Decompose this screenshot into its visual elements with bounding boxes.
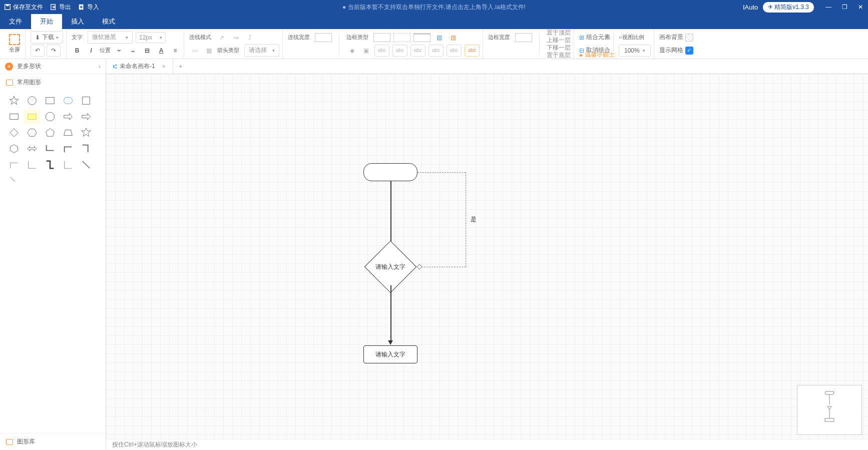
view-ratio-label[interactable]: ○视图比例 [619, 34, 644, 41]
shape-rect-yellow[interactable] [24, 110, 40, 124]
tab-close-button[interactable]: × [162, 63, 166, 70]
shape-rect2[interactable] [6, 110, 22, 124]
abc-1[interactable]: abc [374, 45, 389, 57]
shape-rounded[interactable] [60, 94, 76, 108]
connector-dashed-h2[interactable] [421, 267, 466, 267]
shape-conn-2[interactable] [24, 158, 40, 172]
import-button[interactable]: 导入 [78, 3, 99, 12]
shape-conn-4[interactable] [60, 158, 76, 172]
maximize-button[interactable]: ❐ [841, 4, 848, 11]
size-select[interactable]: 12px▾ [136, 32, 166, 43]
arrange-top[interactable]: 置于顶层 [547, 29, 571, 36]
shape-elbow-2[interactable] [60, 142, 76, 156]
border-sample-2[interactable] [393, 33, 410, 42]
minimap[interactable] [797, 385, 862, 435]
abc-4[interactable]: abc [428, 45, 444, 57]
show-grid-toggle[interactable]: 显示网格 ✓ [659, 44, 693, 57]
shape-double-arrow[interactable] [24, 142, 40, 156]
shape-square[interactable] [78, 94, 94, 108]
line-width-sample[interactable] [315, 33, 332, 42]
position-button[interactable]: 位置 [100, 45, 111, 56]
border-sample-3[interactable] [413, 33, 430, 42]
align-menu-button[interactable]: ≡ [170, 45, 181, 56]
shape-pentagon[interactable] [42, 126, 58, 140]
shape-conn-3[interactable] [42, 158, 58, 172]
arrange-bottom[interactable]: 置于底层 [547, 52, 571, 59]
shape-rect[interactable] [42, 94, 58, 108]
fill-button[interactable]: ▧ [433, 32, 445, 43]
undo-button[interactable]: ↶ [31, 45, 45, 57]
line-tool-1[interactable]: ↗ [216, 32, 227, 43]
bold-button[interactable]: B [72, 45, 83, 56]
align-v-button[interactable]: ⫠ [128, 45, 139, 56]
shape-tool-1[interactable]: ◆ [346, 45, 357, 56]
border-sample-1[interactable] [373, 33, 390, 42]
shape-library-section[interactable]: 图形库 [0, 433, 106, 450]
collapse-sidebar-button[interactable]: ‹ [99, 63, 101, 70]
export-button[interactable]: 导出 [50, 3, 71, 12]
save-to-file-button[interactable]: 保存至文件 [4, 3, 43, 12]
menu-file[interactable]: 文件 [0, 14, 31, 29]
line-tool-3[interactable]: ⤴ [244, 32, 255, 43]
canvas[interactable]: 请输入文字 请输入文字 是 [106, 74, 868, 450]
align-h-button[interactable]: ⫟ [114, 45, 125, 56]
font-select[interactable]: 微软雅黑▾ [88, 31, 133, 44]
redo-button[interactable]: ↷ [47, 45, 61, 57]
abc-5[interactable]: abc [447, 45, 462, 57]
border-width-sample[interactable] [515, 33, 532, 42]
connector-1[interactable] [390, 181, 391, 244]
menu-start[interactable]: 开始 [31, 14, 62, 29]
tab-canvas-1[interactable]: ⑆ 未命名画布-1 × [106, 59, 173, 74]
menu-mode[interactable]: 模式 [93, 14, 124, 29]
shape-conn-1[interactable] [6, 158, 22, 172]
shape-circle[interactable] [24, 94, 40, 108]
shape-arrow-r[interactable] [60, 110, 76, 124]
arrange-up[interactable]: 上移一层 [547, 37, 571, 44]
shape-line[interactable] [78, 158, 94, 172]
fullscreen-button[interactable]: 全屏 [7, 32, 22, 56]
warm-tip-button[interactable]: ● 温馨小贴士 [579, 51, 615, 59]
add-shapes-button[interactable]: + [5, 63, 13, 71]
connector-2[interactable] [390, 285, 391, 341]
shape-line2[interactable] [6, 174, 22, 188]
menu-insert[interactable]: 插入 [62, 14, 93, 29]
zoom-select[interactable]: 100%▾ [619, 45, 651, 57]
shape-star6[interactable] [78, 126, 94, 140]
line-tool-2[interactable]: ↝ [230, 32, 241, 43]
abc-2[interactable]: abc [392, 45, 407, 57]
shape-hexagon[interactable] [24, 126, 40, 140]
connector-dashed-h1[interactable] [417, 172, 466, 173]
shape-diamond[interactable] [6, 126, 22, 140]
close-button[interactable]: ✕ [857, 4, 864, 11]
canvas-bg-button[interactable]: 画布背景 [659, 31, 693, 44]
shape-octagon[interactable] [42, 110, 58, 124]
arrange-down[interactable]: 下移一层 [547, 44, 571, 51]
connector-dashed-v[interactable] [466, 172, 466, 267]
yes-label[interactable]: 是 [470, 215, 478, 224]
shape-heptagon[interactable] [6, 142, 22, 156]
shape-arrow-r2[interactable] [78, 110, 94, 124]
align-m-button[interactable]: ⊟ [142, 45, 153, 56]
shape-star[interactable] [6, 94, 22, 108]
common-shapes-section[interactable]: 常用图形 [0, 74, 106, 91]
statusbar: 按住Ctrl+滚动鼠标缩放图标大小 [106, 439, 868, 450]
process-node[interactable]: 请输入文字 [363, 345, 417, 363]
abc-3[interactable]: abc [410, 45, 425, 57]
more-shapes-label[interactable]: 更多形状 [17, 62, 41, 71]
group-button[interactable]: ⊞ 组合元素 [579, 31, 610, 44]
shape-tool-2[interactable]: ▣ [360, 45, 371, 56]
font-color-button[interactable]: A [156, 45, 167, 56]
shape-trapezoid[interactable] [60, 126, 76, 140]
shape-elbow-1[interactable] [42, 142, 58, 156]
line-style-2[interactable]: ▦ [203, 45, 214, 56]
arrow-select[interactable]: 请选择▾ [244, 44, 279, 57]
line-style-1[interactable]: ▭ [189, 45, 200, 56]
fill2-button[interactable]: ▨ [448, 32, 459, 43]
start-node[interactable] [363, 163, 417, 181]
italic-button[interactable]: I [86, 45, 97, 56]
minimize-button[interactable]: ― [825, 4, 832, 11]
abc-6[interactable]: abc [465, 45, 480, 57]
download-button[interactable]: ⬇ 下载 ▾ [31, 31, 63, 44]
add-tab-button[interactable]: + [173, 59, 188, 74]
shape-elbow-3[interactable] [78, 142, 94, 156]
